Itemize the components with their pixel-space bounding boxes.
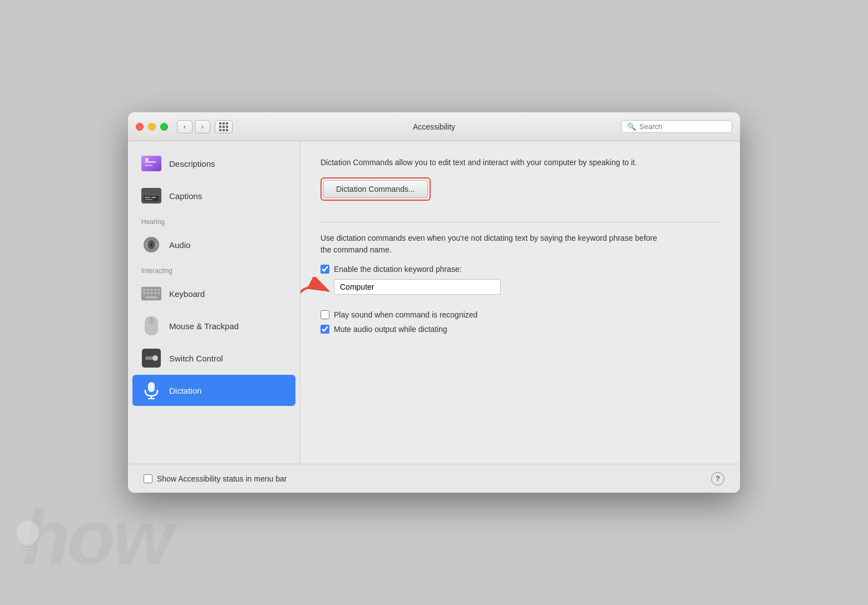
red-arrow-annotation: [300, 277, 339, 305]
sidebar-label-keyboard: Keyboard: [169, 289, 205, 299]
sidebar-item-keyboard[interactable]: Keyboard: [132, 278, 295, 309]
sidebar: Descriptions Captions Hearing: [128, 141, 300, 464]
svg-rect-12: [145, 199, 152, 200]
svg-rect-20: [154, 289, 157, 291]
show-status-label: Show Accessibility status in menu bar: [157, 474, 287, 483]
close-button[interactable]: [136, 123, 144, 131]
svg-rect-26: [157, 292, 160, 294]
sidebar-label-dictation: Dictation: [169, 386, 201, 395]
mute-audio-row: Mute audio output while dictating: [320, 325, 720, 334]
svg-rect-25: [154, 292, 157, 294]
lightbulb-icon: [11, 516, 45, 561]
svg-rect-11: [151, 197, 156, 198]
captions-icon: [141, 186, 161, 206]
sidebar-category-interacting: Interacting: [128, 261, 300, 277]
svg-rect-5: [145, 161, 156, 163]
descriptions-icon: [141, 153, 161, 173]
content-description: Dictation Commands allow you to edit tex…: [320, 157, 654, 168]
svg-rect-4: [141, 156, 161, 171]
content-panel: Dictation Commands allow you to edit tex…: [300, 141, 740, 464]
sidebar-item-dictation[interactable]: Dictation: [132, 375, 295, 406]
keyboard-icon: [141, 284, 161, 304]
keyword-input[interactable]: [334, 279, 501, 295]
svg-rect-6: [145, 165, 152, 166]
search-icon: 🔍: [627, 122, 636, 131]
svg-point-7: [145, 158, 149, 161]
show-status-checkbox[interactable]: [144, 474, 152, 483]
enable-keyword-checkbox[interactable]: [320, 265, 329, 274]
sidebar-item-captions[interactable]: Captions: [132, 180, 295, 211]
search-box[interactable]: 🔍: [621, 120, 732, 133]
dictation-icon: [141, 380, 161, 400]
main-content: Descriptions Captions Hearing: [128, 141, 740, 464]
svg-rect-34: [148, 382, 155, 392]
grid-icon: [219, 122, 228, 131]
maximize-button[interactable]: [160, 123, 168, 131]
enable-keyword-label: Enable the dictation keyword phrase:: [334, 265, 462, 274]
titlebar: ‹ › Accessibility 🔍: [128, 112, 740, 141]
svg-rect-17: [143, 289, 146, 291]
mute-audio-label: Mute audio output while dictating: [334, 325, 447, 334]
accessibility-window: ‹ › Accessibility 🔍: [128, 112, 740, 493]
play-sound-label: Play sound when command is recognized: [334, 310, 477, 319]
nav-buttons: ‹ ›: [177, 120, 233, 133]
svg-rect-22: [143, 292, 146, 294]
svg-rect-1: [22, 544, 33, 555]
svg-rect-10: [145, 197, 150, 198]
svg-rect-19: [150, 289, 153, 291]
svg-rect-27: [146, 296, 157, 299]
enable-keyword-row: Enable the dictation keyword phrase:: [320, 265, 720, 274]
sidebar-item-mouse-trackpad[interactable]: Mouse & Trackpad: [132, 310, 295, 341]
mouse-trackpad-icon: [141, 316, 161, 336]
sidebar-item-descriptions[interactable]: Descriptions: [132, 148, 295, 179]
svg-point-33: [152, 355, 158, 361]
forward-button[interactable]: ›: [195, 120, 210, 133]
search-input[interactable]: [639, 122, 726, 131]
svg-rect-18: [146, 289, 149, 291]
sidebar-label-switch-control: Switch Control: [169, 354, 223, 363]
play-sound-row: Play sound when command is recognized: [320, 310, 720, 319]
sidebar-label-descriptions: Descriptions: [169, 159, 215, 168]
show-status-row: Show Accessibility status in menu bar: [144, 474, 287, 483]
mute-audio-checkbox[interactable]: [320, 325, 329, 334]
svg-rect-24: [150, 292, 153, 294]
switch-control-icon: [141, 348, 161, 368]
svg-point-0: [17, 520, 39, 545]
window-title: Accessibility: [413, 122, 455, 131]
watermark-text: how: [22, 493, 171, 583]
back-button[interactable]: ‹: [177, 120, 193, 133]
bottom-bar: Show Accessibility status in menu bar ?: [128, 464, 740, 493]
sidebar-item-audio[interactable]: Audio: [132, 229, 295, 260]
play-sound-checkbox[interactable]: [320, 310, 329, 319]
svg-point-15: [150, 243, 152, 246]
help-button[interactable]: ?: [711, 472, 724, 485]
sidebar-label-audio: Audio: [169, 240, 190, 250]
dictation-commands-button-wrapper: Dictation Commands...: [320, 177, 431, 201]
traffic-lights: [136, 123, 168, 131]
minimize-button[interactable]: [148, 123, 156, 131]
divider-1: [320, 222, 720, 222]
sidebar-label-captions: Captions: [169, 191, 202, 201]
sidebar-item-switch-control[interactable]: Switch Control: [132, 343, 295, 374]
sidebar-category-hearing: Hearing: [128, 212, 300, 228]
audio-icon: [141, 235, 161, 255]
svg-rect-9: [144, 196, 159, 201]
dictation-commands-button[interactable]: Dictation Commands...: [323, 180, 428, 198]
svg-rect-23: [146, 292, 149, 294]
svg-rect-21: [157, 289, 160, 291]
grid-view-button[interactable]: [215, 120, 233, 133]
section2-text: Use dictation commands even when you're …: [320, 232, 665, 256]
sidebar-label-mouse: Mouse & Trackpad: [169, 321, 239, 331]
